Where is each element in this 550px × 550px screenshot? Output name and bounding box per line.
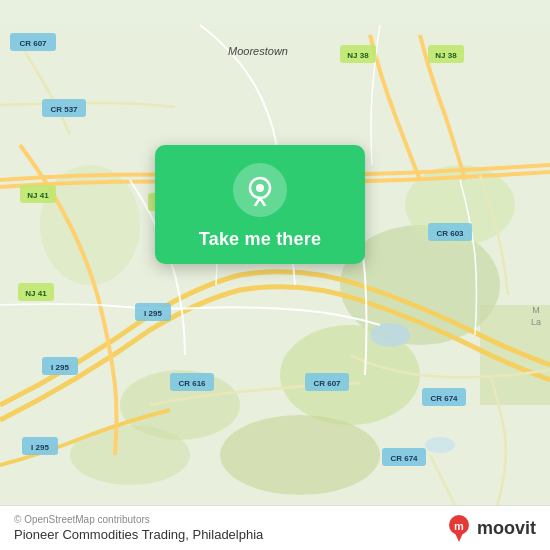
svg-text:CR 607: CR 607 (19, 39, 47, 48)
svg-text:CR 537: CR 537 (50, 105, 78, 114)
svg-text:CR 616: CR 616 (178, 379, 206, 388)
svg-text:NJ 41: NJ 41 (25, 289, 47, 298)
take-me-there-card[interactable]: Take me there (155, 145, 365, 264)
svg-point-9 (370, 323, 410, 347)
moovit-icon: m (445, 514, 473, 542)
svg-marker-48 (455, 533, 463, 542)
svg-text:La: La (531, 317, 541, 327)
map-container: CR 607 NJ 38 NJ 38 CR 537 NJ 41 NJ 38 NJ… (0, 0, 550, 550)
svg-text:Moorestown: Moorestown (228, 45, 288, 57)
svg-text:M: M (532, 305, 540, 315)
moovit-logo: m moovit (445, 514, 536, 542)
svg-text:NJ 38: NJ 38 (347, 51, 369, 60)
svg-text:NJ 38: NJ 38 (435, 51, 457, 60)
map-background: CR 607 NJ 38 NJ 38 CR 537 NJ 41 NJ 38 NJ… (0, 0, 550, 550)
location-name: Pioneer Commodities Trading, Philadelphi… (14, 527, 263, 542)
svg-text:CR 607: CR 607 (313, 379, 341, 388)
svg-point-45 (256, 184, 264, 192)
svg-text:NJ 41: NJ 41 (27, 191, 49, 200)
svg-point-7 (220, 415, 380, 495)
svg-text:I 295: I 295 (51, 363, 69, 372)
svg-text:CR 674: CR 674 (430, 394, 458, 403)
moovit-text: moovit (477, 518, 536, 539)
svg-text:I 295: I 295 (144, 309, 162, 318)
svg-text:CR 603: CR 603 (436, 229, 464, 238)
svg-text:I 295: I 295 (31, 443, 49, 452)
copyright-text: © OpenStreetMap contributors (14, 514, 263, 525)
location-pin-icon (244, 174, 276, 206)
bottom-bar: © OpenStreetMap contributors Pioneer Com… (0, 505, 550, 550)
svg-text:m: m (454, 520, 464, 532)
svg-text:CR 674: CR 674 (390, 454, 418, 463)
location-icon-circle (233, 163, 287, 217)
bottom-left-info: © OpenStreetMap contributors Pioneer Com… (14, 514, 263, 542)
take-me-there-label: Take me there (199, 229, 321, 250)
svg-point-10 (425, 437, 455, 453)
